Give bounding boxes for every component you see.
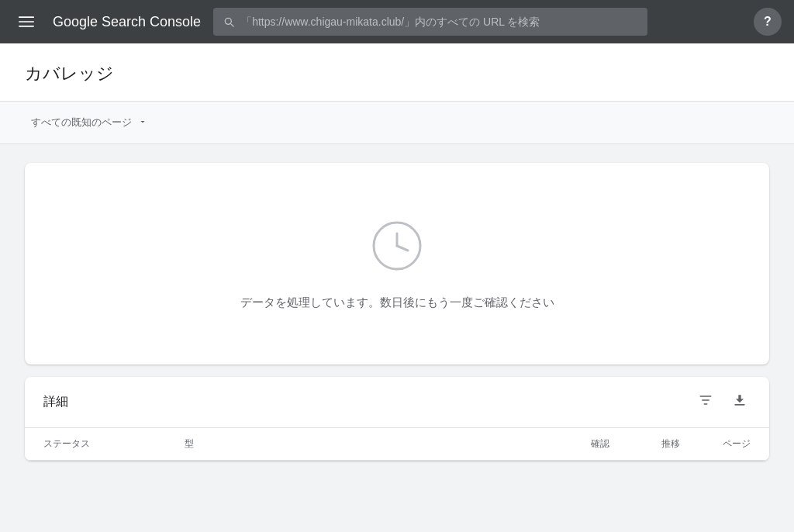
search-input[interactable] xyxy=(241,16,638,28)
chevron-down-icon xyxy=(138,117,147,129)
app-header: Google Search Console ? xyxy=(0,0,794,43)
col-spacer xyxy=(256,437,539,451)
col-pages-header: ページ xyxy=(680,437,751,451)
app-logo: Google Search Console xyxy=(53,14,201,30)
col-status-header: ステータス xyxy=(43,437,185,451)
col-type-header: 型 xyxy=(185,437,255,451)
col-confirm-header: 確認 xyxy=(538,437,609,451)
details-header: 詳細 xyxy=(25,377,769,428)
details-card: 詳細 ステータス xyxy=(25,377,769,461)
search-bar[interactable] xyxy=(213,8,647,36)
svg-rect-9 xyxy=(734,404,744,406)
filter-dropdown[interactable]: すべての既知のページ xyxy=(25,111,154,134)
help-button[interactable]: ? xyxy=(754,8,782,36)
svg-rect-0 xyxy=(19,16,34,18)
filter-label: すべての既知のページ xyxy=(31,116,132,130)
download-icon[interactable] xyxy=(729,389,751,415)
menu-icon[interactable] xyxy=(12,8,40,36)
search-icon xyxy=(223,16,235,28)
page-title-area: カバレッジ xyxy=(0,43,794,102)
svg-line-5 xyxy=(397,246,408,250)
svg-rect-2 xyxy=(19,26,34,27)
table-header: ステータス 型 確認 推移 ページ xyxy=(25,428,769,461)
svg-rect-1 xyxy=(19,21,34,22)
clock-icon xyxy=(369,218,425,277)
main-content: データを処理しています。数日後にもう一度ご確認ください 詳細 xyxy=(0,144,794,532)
filter-bar: すべての既知のページ xyxy=(0,102,794,144)
processing-card: データを処理しています。数日後にもう一度ご確認ください xyxy=(25,163,769,364)
processing-message: データを処理しています。数日後にもう一度ご確認ください xyxy=(240,295,554,310)
filter-icon[interactable] xyxy=(695,389,716,415)
details-title: 詳細 xyxy=(43,394,695,410)
details-actions xyxy=(695,389,751,415)
col-trend-header: 推移 xyxy=(609,437,680,451)
page-title: カバレッジ xyxy=(25,62,769,85)
